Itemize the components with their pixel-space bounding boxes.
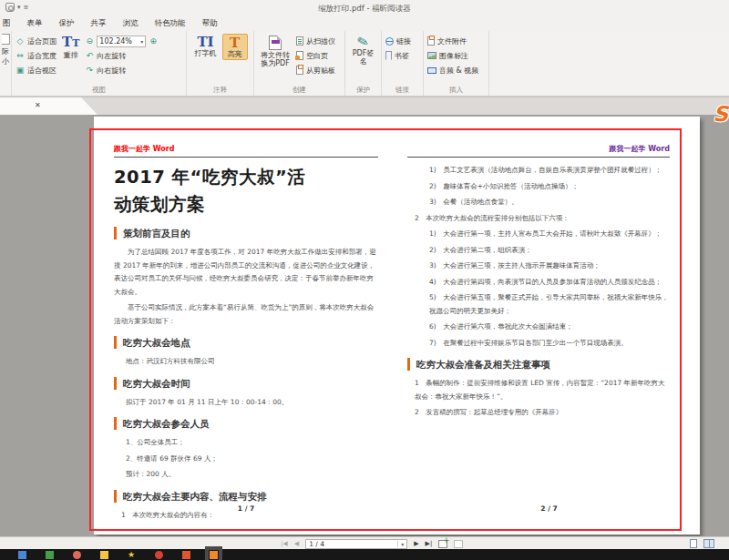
page1-content: 策划前言及目的为了总结回顾 2017 年度各项工作，对 2017 年吃穷大叔工作…	[114, 227, 378, 522]
file-attachment-button[interactable]: 文件附件	[427, 34, 478, 48]
doc-paragraph: 为了总结回顾 2017 年度各项工作，对 2017 年吃穷大叔工作做出安排和部署…	[114, 246, 378, 299]
new-tab-icon[interactable]	[438, 540, 447, 548]
page2-content: 1) 员工文艺表演（活动地点舞台，自娱自乐表演贯穿整个团拜就餐过程）；2) 趣味…	[407, 164, 670, 420]
rotate-right-button[interactable]: ↷ 向右旋转	[85, 63, 158, 77]
doc-paragraph: 2 发言稿的撰写：起草总经理专用的《开幕辞》	[407, 406, 670, 420]
link-icon	[385, 37, 394, 46]
previous-page-icon[interactable]: ◀	[294, 540, 299, 547]
doc-paragraph: 基于公司实际情况，此方案本着“易行从简、吃货为上”的原则，将本次吃穷大叔会活动方…	[114, 301, 378, 328]
taskbar-app-red-circle[interactable]	[155, 551, 163, 559]
page1-header-rule	[114, 157, 378, 158]
fit-width-icon: ⇔	[15, 51, 25, 60]
menu-item[interactable]: 图	[0, 18, 19, 29]
facing-page-view-icon[interactable]	[703, 539, 714, 548]
status-bar: |◀ ◀ 1 / 4 ▾ ▶ ▶|	[0, 536, 729, 549]
page2-header-rule	[407, 157, 670, 158]
taskbar-app-star[interactable]: ★	[128, 551, 136, 559]
zoom-in-icon[interactable]: ⊕	[149, 36, 158, 46]
taskbar-app-orange[interactable]	[210, 551, 218, 559]
audio-video-button[interactable]: 音频 & 视频	[427, 63, 478, 77]
convert-to-pdf-icon	[269, 36, 282, 50]
group-label-insert: 插入	[424, 86, 488, 95]
page1-brand-text: 跟我一起学 Word	[114, 144, 378, 154]
highlight-button[interactable]: T 高亮	[222, 34, 248, 60]
image-annotation-icon	[427, 52, 436, 59]
zoom-controls: ⊖ 102.24% ▾ ⊕	[85, 34, 158, 48]
ribbon-group-create: 将文件转换为PDF 从扫描仪 空白页 从剪贴板 创建	[254, 31, 345, 96]
pdf-sign-icon: ✎	[355, 34, 370, 51]
bookmark-icon	[385, 51, 392, 60]
title-bar: ▾ ≡ 缩放打印.pdf - 福昕阅读器	[0, 0, 729, 16]
section-heading: 吃穷大叔会地点	[114, 336, 378, 349]
doc-paragraph: 预计：200 人。	[114, 468, 378, 482]
page-dropdown-icon: ▾	[397, 541, 404, 547]
rotate-left-button[interactable]: ↶ 向左旋转	[85, 48, 158, 63]
taskbar-app-salmon-circle[interactable]	[73, 551, 81, 559]
menu-item[interactable]: 浏览	[115, 18, 147, 29]
typewriter-button[interactable]: TI 打字机	[193, 34, 219, 58]
first-page-icon[interactable]: |◀	[281, 540, 288, 547]
group-label-link: 链接	[382, 86, 423, 95]
floating-s-badge[interactable]: S	[713, 102, 728, 126]
fit-visible-button[interactable]: ▣ 适合视区	[15, 63, 56, 77]
page-1: 跟我一起学 Word 2017 年“吃穷大叔”活动策划方案 策划前言及目的为了总…	[94, 117, 398, 535]
document-view[interactable]: 跟我一起学 Word 2017 年“吃穷大叔”活动策划方案 策划前言及目的为了总…	[0, 115, 729, 536]
convert-to-pdf-button[interactable]: 将文件转换为PDF	[258, 34, 293, 68]
doc-paragraph: 6) 大会进行第六项，恭祝此次大会圆满结束；	[407, 321, 670, 334]
group-label-view: 视图	[12, 86, 186, 95]
from-clipboard-button[interactable]: 从剪贴板	[296, 63, 335, 77]
taskbar-app-yellow[interactable]	[100, 551, 108, 559]
document-tab[interactable]	[0, 97, 98, 116]
tab-close-icon[interactable]: ✕	[35, 101, 41, 109]
doc-paragraph: 3) 大会进行第三项，按主持人指示开展趣味体育活动；	[407, 260, 670, 273]
reflow-icon: TT	[62, 35, 79, 51]
zoom-level-combobox[interactable]: 102.24% ▾	[97, 36, 146, 47]
single-page-view-icon[interactable]	[690, 539, 697, 548]
doc-paragraph: 1) 员工文艺表演（活动地点舞台，自娱自乐表演贯穿整个团拜就餐过程）；	[407, 164, 670, 178]
from-scanner-button[interactable]: 从扫描仪	[296, 34, 335, 48]
link-button[interactable]: 链接	[385, 34, 411, 48]
typewriter-icon: TI	[197, 35, 213, 49]
zoom-out-icon[interactable]: ⊖	[85, 36, 94, 46]
doc-paragraph: 1、公司全体员工；	[114, 436, 378, 450]
actual-size-button-partial[interactable]: 际 小	[0, 31, 12, 96]
fit-width-button[interactable]: ⇔ 适合宽度	[15, 48, 56, 63]
page2-footer: 2 / 7	[398, 504, 700, 513]
blank-page-button[interactable]: 空白页	[296, 48, 335, 63]
doc-paragraph: 1 条幅的制作：提前安排维修和设置 LED 宣传，内容暂定：“2017 年新年吃…	[407, 377, 670, 403]
document-title: 2017 年“吃穷大叔”活动策划方案	[114, 164, 316, 219]
menu-item[interactable]: 表单	[19, 18, 51, 29]
fit-page-button[interactable]: ◇ 适合页面	[15, 34, 56, 48]
section-heading: 策划前言及目的	[114, 227, 378, 239]
menu-item[interactable]: 共享	[83, 18, 115, 29]
doc-paragraph: 3) 会餐（活动地点食堂）。	[407, 196, 670, 209]
page-number-combobox[interactable]: 1 / 4 ▾	[305, 539, 407, 549]
taskbar-app-blue[interactable]	[18, 551, 26, 559]
highlight-icon: T	[230, 36, 240, 50]
doc-paragraph: 2) 大会进行第二项，组织表演；	[407, 244, 670, 258]
pdf-sign-button[interactable]: ✎ PDF签名	[351, 34, 376, 66]
next-page-icon[interactable]: ▶	[414, 540, 418, 547]
previous-view-icon[interactable]	[454, 540, 463, 548]
menu-item[interactable]: 保护	[51, 18, 83, 29]
ribbon-group-insert: 文件附件 图像标注 音频 & 视频 插入	[424, 31, 489, 96]
menu-item[interactable]: 特色功能	[147, 18, 194, 29]
fit-page-icon: ◇	[15, 36, 25, 46]
page-2: 跟我一起学 Word 1) 员工文艺表演（活动地点舞台，自娱自乐表演贯穿整个团拜…	[398, 117, 700, 535]
rotate-left-icon: ↶	[85, 51, 94, 60]
page-spread: 跟我一起学 Word 2017 年“吃穷大叔”活动策划方案 策划前言及目的为了总…	[94, 117, 700, 535]
section-heading: 吃穷大叔会主要内容、流程与安排	[114, 490, 378, 503]
section-heading: 吃穷大叔会参会人员	[114, 417, 378, 430]
section-heading: 吃穷大叔会准备及相关注意事项	[407, 358, 670, 371]
menu-item[interactable]: 帮助	[194, 18, 226, 29]
ribbon-group-link: 链接 书签 链接	[382, 31, 424, 96]
bookmark-button[interactable]: 书签	[385, 48, 411, 63]
file-attachment-icon	[427, 36, 435, 46]
taskbar-app-green[interactable]	[46, 551, 54, 559]
taskbar-app-orange-red[interactable]	[182, 551, 190, 559]
from-scanner-icon	[296, 36, 303, 46]
last-page-icon[interactable]: ▶|	[426, 540, 433, 547]
reflow-button[interactable]: TT 重排	[60, 34, 81, 60]
doc-paragraph: 2 本次吃穷大叔会的流程安排分别包括以下六项：	[407, 212, 670, 226]
image-annotation-button[interactable]: 图像标注	[427, 48, 478, 63]
